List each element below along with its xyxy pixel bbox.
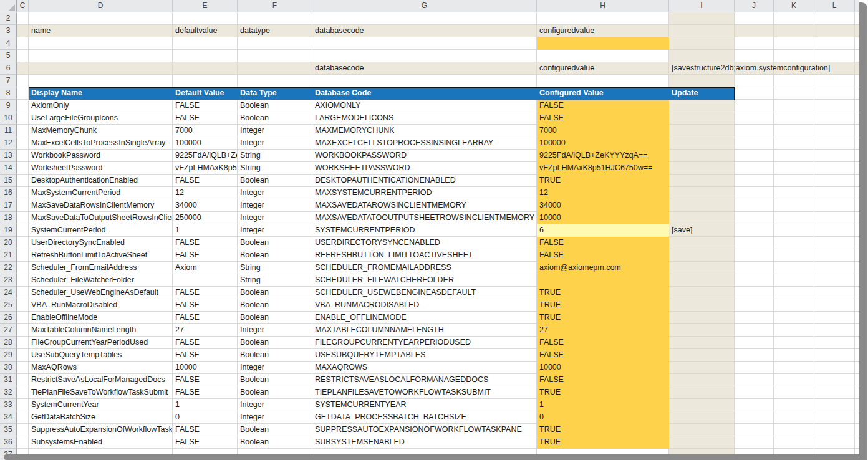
cell-I4[interactable] (669, 37, 735, 50)
cell-F28[interactable]: Boolean (238, 337, 312, 349)
cell-H24[interactable]: TRUE (537, 287, 669, 299)
cell-F19[interactable]: Integer (238, 224, 312, 237)
cell-D3[interactable]: name (29, 25, 173, 37)
cell-K28[interactable] (774, 337, 814, 349)
cell-G29[interactable]: USESUBQUERYTEMPTABLES (312, 349, 537, 362)
cell-D29[interactable]: UseSubQueryTempTables (29, 349, 173, 362)
cell-L9[interactable] (814, 100, 855, 112)
cell-J35[interactable] (735, 424, 774, 436)
column-header-C[interactable]: C (17, 0, 29, 12)
cell-J25[interactable] (735, 299, 774, 312)
cell-G24[interactable]: SCHEDULER_USEWEBENGINEASDEFAULT (312, 287, 537, 299)
cell-G34[interactable]: GETDATA_PROCESSBATCH_BATCHSIZE (312, 411, 537, 424)
cell-J26[interactable] (735, 312, 774, 324)
cell-D13[interactable]: WorkbookPassword (29, 150, 173, 162)
cell-C12[interactable] (17, 137, 29, 150)
cell-F21[interactable]: Boolean (238, 249, 312, 262)
cell-H16[interactable]: 12 (537, 187, 669, 199)
cell-H32[interactable]: TRUE (537, 386, 669, 399)
cell-I18[interactable] (669, 212, 735, 224)
cell-I31[interactable] (669, 374, 735, 386)
cell-E4[interactable] (173, 37, 238, 50)
cell-K30[interactable] (774, 362, 814, 374)
cell-C33[interactable] (17, 399, 29, 411)
cell-F32[interactable]: Boolean (238, 386, 312, 399)
cell-H22[interactable]: axiom@axiomepm.com (537, 262, 669, 274)
cell-D28[interactable]: FileGroupCurrentYearPeriodUsed (29, 337, 173, 349)
cell-E7[interactable] (173, 75, 238, 87)
cell-J34[interactable] (735, 411, 774, 424)
cell-E18[interactable]: 250000 (173, 212, 238, 224)
cell-D14[interactable]: WorksheetPassword (29, 162, 173, 175)
cell-K17[interactable] (774, 199, 814, 212)
column-header-H[interactable]: H (537, 0, 669, 12)
cell-G10[interactable]: LARGEMODELICONS (312, 112, 537, 125)
cell-F33[interactable]: Integer (238, 399, 312, 411)
table-header-configured-value[interactable]: Configured Value (537, 88, 669, 100)
cell-L32[interactable] (814, 386, 855, 399)
cell-C23[interactable] (17, 274, 29, 287)
cell-G31[interactable]: RESTRICTSAVEASLOCALFORMANAGEDDOCS (312, 374, 537, 386)
cell-L25[interactable] (814, 299, 855, 312)
cell-G28[interactable]: FILEGROUPCURRENTYEARPERIODUSED (312, 337, 537, 349)
cell-H33[interactable]: 1 (537, 399, 669, 411)
row-header-7[interactable]: 7 (0, 75, 17, 87)
cell-L8[interactable] (814, 87, 855, 100)
cell-J2[interactable] (735, 12, 774, 25)
cell-H26[interactable]: TRUE (537, 312, 669, 324)
cell-C5[interactable] (17, 50, 29, 62)
row-header-10[interactable]: 10 (0, 112, 17, 125)
cell-G25[interactable]: VBA_RUNMACRODISABLED (312, 299, 537, 312)
cell-K21[interactable] (774, 249, 814, 262)
cell-J9[interactable] (735, 100, 774, 112)
cell-I2[interactable] (669, 12, 735, 25)
row-header-3[interactable]: 3 (0, 25, 17, 37)
cell-H36[interactable]: TRUE (537, 436, 669, 449)
cell-G13[interactable]: WORKBOOKPASSWORD (312, 150, 537, 162)
cell-D16[interactable]: MaxSystemCurrentPeriod (29, 187, 173, 199)
cell-D20[interactable]: UserDirectorySyncEnabled (29, 237, 173, 249)
cell-H31[interactable]: FALSE (537, 374, 669, 386)
cell-H25[interactable]: TRUE (537, 299, 669, 312)
cell-G19[interactable]: SYSTEMCURRENTPERIOD (312, 224, 537, 237)
cell-G2[interactable] (312, 12, 537, 25)
column-header-I[interactable]: I (669, 0, 735, 12)
cell-F7[interactable] (238, 75, 312, 87)
cell-I17[interactable] (669, 199, 735, 212)
column-header-E[interactable]: E (173, 0, 238, 12)
cell-C21[interactable] (17, 249, 29, 262)
cell-D35[interactable]: SuppressAutoExpansionOfWorkflowTaskPane (29, 424, 173, 436)
cell-C35[interactable] (17, 424, 29, 436)
cell-H6[interactable]: configuredvalue (537, 62, 669, 75)
row-header-16[interactable]: 16 (0, 187, 17, 199)
cell-D9[interactable]: AxiomOnly (29, 100, 173, 112)
cell-D27[interactable]: MaxTableColumnNameLength (29, 324, 173, 337)
cell-I34[interactable] (669, 411, 735, 424)
cell-F27[interactable]: Integer (238, 324, 312, 337)
cell-J27[interactable] (735, 324, 774, 337)
cell-J10[interactable] (735, 112, 774, 125)
cell-H34[interactable]: 0 (537, 411, 669, 424)
cell-J33[interactable] (735, 399, 774, 411)
cell-H35[interactable]: TRUE (537, 424, 669, 436)
row-header-29[interactable]: 29 (0, 349, 17, 362)
cell-I33[interactable] (669, 399, 735, 411)
cell-I20[interactable] (669, 237, 735, 249)
cell-F34[interactable]: Integer (238, 411, 312, 424)
row-header-11[interactable]: 11 (0, 125, 17, 137)
cell-K7[interactable] (774, 75, 814, 87)
cell-F4[interactable] (238, 37, 312, 50)
cell-C6[interactable] (17, 62, 29, 75)
cell-E6[interactable] (173, 62, 238, 75)
cell-E19[interactable]: 1 (173, 224, 238, 237)
cell-D23[interactable]: Scheduler_FileWatcherFolder (29, 274, 173, 287)
cell-K19[interactable] (774, 224, 814, 237)
cell-K36[interactable] (774, 436, 814, 449)
cell-J19[interactable] (735, 224, 774, 237)
cell-J32[interactable] (735, 386, 774, 399)
cell-C2[interactable] (17, 12, 29, 25)
cell-H3[interactable]: configuredvalue (537, 25, 669, 37)
cell-D5[interactable] (29, 50, 173, 62)
cell-D15[interactable]: DesktopAuthenticationEnabled (29, 175, 173, 187)
cell-G3[interactable]: databasecode (312, 25, 537, 37)
